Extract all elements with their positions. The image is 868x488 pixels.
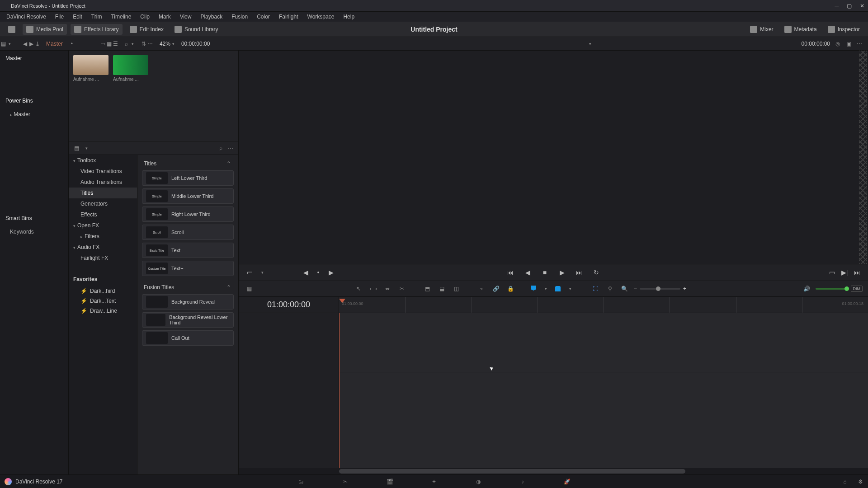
last-clip-icon[interactable]: ⏭ [853, 268, 862, 277]
menu-help[interactable]: Help [340, 13, 358, 21]
bin-view-icon[interactable]: ▤ [0, 41, 6, 47]
zoom-out-icon[interactable]: − [634, 286, 637, 292]
nav-back-button[interactable]: ◀ [22, 41, 28, 47]
power-bins-master[interactable]: Master [0, 108, 68, 120]
sort-icon[interactable]: ⇅ [141, 41, 147, 47]
menu-mark[interactable]: Mark [155, 13, 175, 21]
tree-audiofx[interactable]: Audio FX [69, 242, 137, 253]
zoom-slider[interactable]: − + [634, 286, 686, 292]
view-grid-icon[interactable]: ▦ [106, 41, 113, 47]
tree-audio-transitions[interactable]: Audio Transitions [69, 177, 137, 188]
timeline-timecode[interactable]: 01:00:00:00 [239, 297, 339, 313]
overwrite-clip-icon[interactable]: ⬓ [437, 284, 447, 294]
playhead-line[interactable] [339, 313, 340, 468]
minimize-button[interactable]: ─ [835, 3, 839, 9]
smart-bins-header[interactable]: Smart Bins [0, 211, 68, 226]
tab-edit[interactable]: 🎬 [383, 477, 396, 486]
go-start-button[interactable]: ⏮ [506, 268, 515, 277]
tree-fairlightfx[interactable]: Fairlight FX [69, 253, 137, 263]
title-item[interactable]: Custom TitleText+ [142, 261, 234, 276]
sound-library-button[interactable]: Sound Library [171, 24, 222, 35]
marker-icon[interactable] [555, 286, 561, 291]
bypass-icon[interactable]: ◎ [835, 41, 841, 47]
stop-button[interactable]: ■ [540, 268, 549, 277]
menu-playback[interactable]: Playback [197, 13, 226, 21]
link-icon[interactable]: 🔗 [491, 284, 501, 294]
toolbox-node[interactable]: Toolbox [69, 155, 137, 166]
tab-deliver[interactable]: 🚀 [561, 477, 573, 486]
metadata-button[interactable]: Metadata [781, 24, 821, 35]
effects-search-icon[interactable]: ⌕ [217, 145, 224, 151]
lock-icon[interactable]: 🔒 [505, 284, 515, 294]
viewer[interactable] [239, 51, 868, 264]
insert-clip-icon[interactable]: ⬒ [422, 284, 432, 294]
menu-timeline[interactable]: Timeline [107, 13, 135, 21]
tab-fusion[interactable]: ✦ [428, 477, 440, 486]
close-button[interactable]: ✕ [860, 3, 864, 9]
tree-effects[interactable]: Effects [69, 209, 137, 220]
effects-library-button[interactable]: Effects Library [71, 24, 122, 35]
marker-chevron-icon[interactable] [565, 284, 575, 294]
tree-filters[interactable]: Filters [69, 231, 137, 242]
play-button[interactable]: ▶ [557, 268, 566, 277]
tab-fairlight[interactable]: ♪ [516, 477, 529, 486]
media-pool-button[interactable]: Media Pool [23, 24, 67, 35]
power-bins-header[interactable]: Power Bins [0, 93, 68, 108]
settings-icon[interactable]: ⚙ [857, 479, 863, 485]
menu-file[interactable]: File [52, 13, 67, 21]
tree-openfx[interactable]: Open FX [69, 220, 137, 231]
mixer-button[interactable]: Mixer [746, 24, 777, 35]
next-clip-icon[interactable]: ▶| [840, 268, 849, 277]
tree-generators[interactable]: Generators [69, 198, 137, 209]
nav-fwd-button[interactable]: ▶ [28, 41, 34, 47]
favorite-item[interactable]: ⚡Dark...Text [69, 296, 137, 306]
search-options-icon[interactable] [130, 41, 136, 47]
go-end-button[interactable]: ⏭ [575, 268, 584, 277]
snap-icon[interactable]: ⌁ [476, 284, 486, 294]
tree-titles[interactable]: Titles [69, 188, 137, 198]
replace-clip-icon[interactable]: ◫ [451, 284, 461, 294]
track-headers[interactable] [239, 313, 339, 468]
menu-fusion[interactable]: Fusion [228, 13, 251, 21]
dynamic-trim-icon[interactable]: ⇔ [382, 284, 392, 294]
effects-more-icon[interactable]: ⋯ [227, 145, 234, 151]
match-frame-chevron-icon[interactable] [258, 268, 267, 277]
trim-tool-icon[interactable]: ⟷ [368, 284, 378, 294]
search-icon[interactable]: ⌕ [123, 41, 130, 47]
bin-view-chevron-icon[interactable] [6, 41, 13, 47]
dual-viewer-icon[interactable]: ▣ [845, 41, 852, 47]
title-item[interactable]: Basic TitleText [142, 243, 234, 258]
home-icon[interactable]: ⌂ [842, 479, 848, 485]
clip-item[interactable]: Aufnahme ... [73, 55, 108, 82]
title-item[interactable]: SimpleRight Lower Third [142, 206, 234, 222]
detail-zoom-icon[interactable]: ⚲ [605, 284, 615, 294]
effects-layout-chevron-icon[interactable] [83, 145, 90, 151]
blade-tool-icon[interactable]: ✂ [397, 284, 407, 294]
title-item[interactable]: ScrollScroll [142, 225, 234, 240]
viewer-zoom[interactable]: 42% [160, 41, 170, 47]
menu-trim[interactable]: Trim [88, 13, 106, 21]
smart-bins-keywords[interactable]: Keywords [0, 226, 68, 238]
timeline-options-icon[interactable]: ▦ [244, 284, 254, 294]
import-icon[interactable]: ⤓ [34, 41, 41, 47]
step-back-button[interactable]: ◀ [523, 268, 532, 277]
flag-chevron-icon[interactable] [541, 284, 551, 294]
tree-video-transitions[interactable]: Video Transitions [69, 166, 137, 177]
favorite-item[interactable]: ⚡Draw...Line [69, 306, 137, 316]
collapse-icon[interactable]: ⌃ [226, 160, 232, 167]
view-strip-icon[interactable]: ▭ [100, 41, 106, 47]
tab-media[interactable]: 🗂 [295, 477, 307, 486]
tab-color[interactable]: ◑ [472, 477, 485, 486]
viewer-more-icon[interactable]: ⋯ [856, 41, 863, 47]
favorite-item[interactable]: ⚡Dark...hird [69, 286, 137, 296]
clip-item[interactable]: Aufnahme ... [113, 55, 148, 82]
more-icon[interactable]: ⋯ [147, 41, 153, 47]
match-frame-icon[interactable]: ▭ [245, 268, 254, 277]
custom-zoom-icon[interactable]: 🔍 [619, 284, 629, 294]
menu-davinci-resolve[interactable]: DaVinci Resolve [3, 13, 50, 21]
timeline-ruler[interactable]: 01:00:00:00 01:00:00:18 [339, 297, 868, 313]
tab-cut[interactable]: ✂ [339, 477, 352, 486]
selection-tool-icon[interactable]: ↖ [354, 284, 363, 294]
menu-color[interactable]: Color [253, 13, 274, 21]
flag-icon[interactable] [531, 286, 536, 292]
